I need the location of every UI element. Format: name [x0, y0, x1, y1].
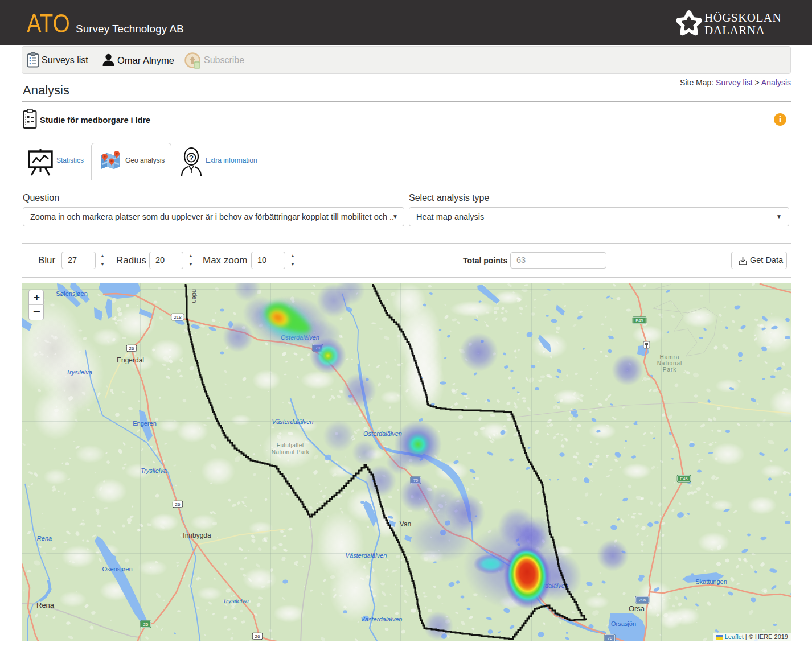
- svg-text:Västerdalälven: Västerdalälven: [346, 552, 387, 559]
- svg-text:296: 296: [639, 598, 646, 603]
- svg-text:Hamra: Hamra: [659, 354, 679, 360]
- svg-text:218: 218: [174, 315, 182, 320]
- svg-text:nden: nden: [191, 289, 198, 303]
- svg-text:Fulufjället: Fulufjället: [277, 442, 304, 448]
- svg-text:26: 26: [175, 502, 181, 507]
- svg-text:25: 25: [143, 622, 148, 627]
- svg-text:Rena: Rena: [36, 601, 55, 609]
- svg-text:Orsa: Orsa: [629, 604, 645, 613]
- svg-text:26: 26: [255, 634, 260, 639]
- svg-text:Orsasjön: Orsasjön: [611, 620, 636, 627]
- svg-text:Västerdalälven: Västerdalälven: [272, 418, 314, 425]
- svg-text:Sølensjøen: Sølensjøen: [56, 290, 88, 297]
- svg-text:70: 70: [608, 636, 612, 641]
- svg-text:Trysilelva: Trysilelva: [141, 467, 167, 474]
- svg-text:Innbygda: Innbygda: [183, 531, 211, 539]
- svg-text:Osensjøen: Osensjøen: [102, 566, 132, 572]
- svg-text:Skattungen: Skattungen: [695, 578, 727, 585]
- svg-text:Van: Van: [400, 520, 411, 528]
- svg-text:Park: Park: [663, 366, 677, 373]
- svg-text:Trysilelva: Trysilelva: [223, 598, 249, 604]
- svg-text:Engerdal: Engerdal: [117, 356, 144, 364]
- svg-text:Trysilelva: Trysilelva: [66, 369, 92, 376]
- svg-text:Rena: Rena: [37, 535, 52, 542]
- svg-text:National Park: National Park: [272, 449, 310, 455]
- svg-text:E45: E45: [635, 318, 643, 323]
- svg-text:National: National: [657, 360, 683, 366]
- svg-text:E45: E45: [680, 476, 687, 481]
- svg-text:Engeren: Engeren: [133, 420, 157, 427]
- svg-text:Västerdalälven: Västerdalälven: [361, 616, 403, 623]
- svg-text:26: 26: [129, 346, 134, 351]
- svg-text:?: ?: [189, 154, 194, 162]
